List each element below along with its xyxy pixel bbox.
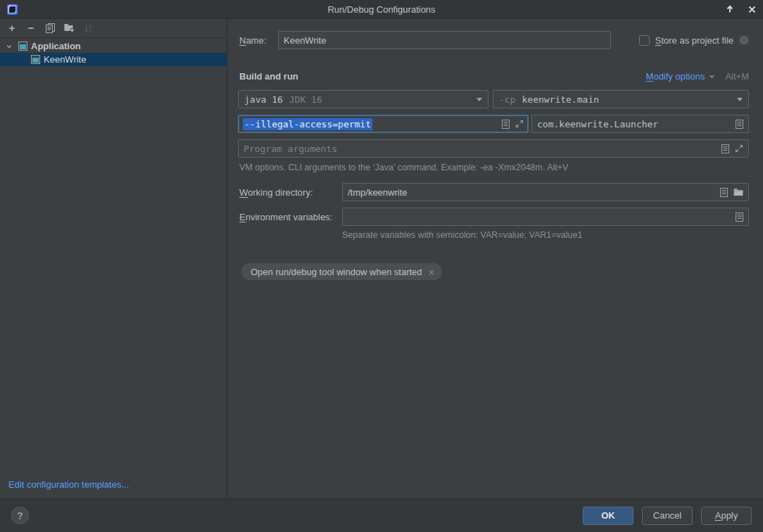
edit-configuration-templates-link[interactable]: Edit configuration templates... <box>8 479 129 490</box>
copy-configuration-icon[interactable] <box>44 23 56 34</box>
program-arguments-row: Program arguments <box>238 139 749 158</box>
application-type-icon <box>31 55 40 64</box>
insert-macros-icon[interactable] <box>720 188 728 197</box>
configurations-tree: Application KeenWrite <box>0 38 227 472</box>
chip-close-icon[interactable]: × <box>429 267 435 277</box>
build-and-run-section: Build and run Modify options Alt+M <box>238 70 749 82</box>
store-as-project-file-group: Store as project file <box>639 35 749 46</box>
tree-group-application[interactable]: Application <box>0 39 227 53</box>
expand-field-icon[interactable] <box>515 120 524 128</box>
main-class-value: com.keenwrite.Launcher <box>537 119 658 129</box>
jre-combo[interactable]: java 16 JDK 16 <box>238 90 488 108</box>
environment-variables-field-icons <box>736 213 743 222</box>
modify-options: Modify options Alt+M <box>646 71 749 82</box>
store-settings-gear-icon[interactable] <box>739 35 749 45</box>
name-label: Name: <box>239 35 278 46</box>
environment-variables-label: Environment variables: <box>239 212 342 222</box>
working-directory-row: Working directory: /tmp/keenwrite <box>238 183 749 201</box>
open-tool-window-chip: Open run/debug tool window when started … <box>241 263 442 280</box>
modify-options-link[interactable]: Modify options <box>646 71 705 82</box>
main-class-field-icons <box>736 120 743 129</box>
chip-label: Open run/debug tool window when started <box>251 267 422 277</box>
app-window-icon <box>7 4 18 15</box>
program-arguments-input[interactable]: Program arguments <box>238 139 749 158</box>
insert-macros-icon[interactable] <box>736 120 743 129</box>
chevron-down-icon <box>477 98 482 101</box>
sort-configurations-icon: az <box>82 23 94 34</box>
new-folder-icon[interactable] <box>63 23 75 34</box>
configuration-editor: Name: KeenWrite Store as project file Bu… <box>227 19 763 498</box>
modify-options-shortcut: Alt+M <box>725 71 749 82</box>
classpath-module-combo[interactable]: -cp keenwrite.main <box>493 90 749 108</box>
vm-options-main-class-row: --illegal-access=permit com.keenwrite.La… <box>238 115 749 133</box>
insert-macros-icon[interactable] <box>721 144 729 153</box>
classpath-value: keenwrite.main <box>522 94 599 105</box>
section-title: Build and run <box>239 71 298 82</box>
classpath-prefix: -cp <box>499 94 515 105</box>
store-as-project-file-label[interactable]: Store as project file <box>655 35 733 46</box>
ok-button[interactable]: OK <box>583 507 633 525</box>
maximize-icon[interactable] <box>726 5 734 13</box>
dialog-footer: ? OK Cancel Apply <box>0 498 763 532</box>
name-row: Name: KeenWrite Store as project file <box>238 31 749 49</box>
vm-options-field-icons <box>502 120 524 129</box>
store-as-project-file-checkbox[interactable] <box>639 35 650 46</box>
chevron-down-icon <box>737 98 743 101</box>
window-controls <box>726 5 756 13</box>
main-class-input[interactable]: com.keenwrite.Launcher <box>531 115 749 133</box>
working-directory-input[interactable]: /tmp/keenwrite <box>342 183 749 201</box>
jre-combo-detail: JDK 16 <box>289 94 322 105</box>
working-directory-field-icons <box>720 188 743 197</box>
program-arguments-placeholder: Program arguments <box>244 144 337 154</box>
tree-item-label: KeenWrite <box>44 54 86 65</box>
vm-options-hint: VM options. CLI arguments to the ‘Java’ … <box>239 163 749 172</box>
cancel-button[interactable]: Cancel <box>642 507 693 525</box>
name-value: KeenWrite <box>284 35 326 46</box>
remove-configuration-icon[interactable]: − <box>25 23 37 34</box>
options-chip-row: Open run/debug tool window when started … <box>241 263 749 280</box>
add-configuration-icon[interactable]: + <box>6 23 18 34</box>
chevron-down-icon[interactable] <box>6 43 13 50</box>
help-glyph: ? <box>17 510 23 521</box>
apply-button[interactable]: Apply <box>701 507 752 525</box>
close-icon[interactable] <box>748 6 756 13</box>
environment-variables-row: Environment variables: <box>238 208 749 226</box>
dialog-buttons: OK Cancel Apply <box>583 507 752 525</box>
help-button[interactable]: ? <box>11 507 29 524</box>
tree-group-label: Application <box>31 41 81 51</box>
working-directory-label: Working directory: <box>239 187 342 198</box>
sidebar-footer: Edit configuration templates... <box>0 472 227 498</box>
vm-options-value: --illegal-access=permit <box>243 118 372 130</box>
working-directory-value: /tmp/keenwrite <box>348 187 408 198</box>
jre-classpath-row: java 16 JDK 16 -cp keenwrite.main <box>238 90 749 108</box>
environment-variables-input[interactable] <box>342 208 749 226</box>
configurations-sidebar: + − az Application <box>0 19 227 498</box>
browse-folder-icon[interactable] <box>733 188 743 196</box>
tree-item-keenwrite[interactable]: KeenWrite <box>0 53 227 66</box>
titlebar: Run/Debug Configurations <box>0 0 763 19</box>
sidebar-toolbar: + − az <box>0 19 227 38</box>
chevron-down-icon <box>709 73 715 80</box>
svg-text:z: z <box>89 28 91 33</box>
environment-variables-hint: Separate variables with semicolon: VAR=v… <box>342 230 749 240</box>
dialog-title: Run/Debug Configurations <box>0 4 763 15</box>
dialog-body: + − az Application <box>0 19 763 498</box>
insert-macros-icon[interactable] <box>502 120 510 129</box>
vm-options-input[interactable]: --illegal-access=permit <box>238 115 529 133</box>
jre-combo-value: java 16 <box>244 94 283 105</box>
application-type-icon <box>18 42 27 51</box>
run-debug-configurations-dialog: Run/Debug Configurations + − <box>0 0 763 532</box>
expand-field-icon[interactable] <box>735 144 743 153</box>
program-arguments-field-icons <box>721 144 743 153</box>
name-input[interactable]: KeenWrite <box>278 31 611 49</box>
svg-text:a: a <box>89 23 92 28</box>
insert-macros-icon[interactable] <box>736 213 743 222</box>
